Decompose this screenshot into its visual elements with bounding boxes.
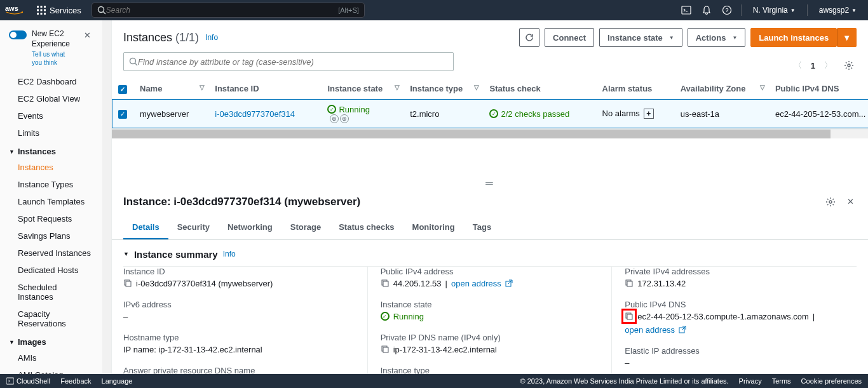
search-icon — [97, 6, 106, 15]
table-settings-button[interactable] — [841, 58, 857, 73]
open-address-link[interactable]: open address — [451, 279, 501, 288]
detail-close-button[interactable]: ✕ — [844, 194, 857, 210]
prev-page-button[interactable]: 〈 — [791, 57, 804, 74]
status-action-icon[interactable]: ⊕ — [340, 114, 349, 123]
row-checkbox[interactable]: ✓ — [118, 110, 127, 119]
col-az[interactable]: Availability Zone▽ — [674, 79, 769, 99]
summary-info-link[interactable]: Info — [223, 250, 236, 258]
launch-instances-dropdown[interactable]: ▼ — [837, 28, 857, 47]
connect-button[interactable]: Connect — [545, 28, 594, 47]
search-input[interactable] — [106, 6, 338, 15]
col-status[interactable]: Status check — [483, 79, 595, 99]
table-row[interactable]: ✓ mywebserver i-0e3dcd977370ef314 ✓Runni… — [112, 99, 868, 128]
info-link[interactable]: Info — [205, 33, 218, 42]
cookie-link[interactable]: Cookie preferences — [801, 377, 862, 385]
col-alarm[interactable]: Alarm status — [596, 79, 674, 99]
tab-monitoring[interactable]: Monitoring — [403, 216, 464, 239]
field-label: Private IPv4 addresses — [625, 267, 844, 276]
open-address-link[interactable]: open address — [625, 325, 675, 335]
filter-input-wrap[interactable] — [123, 52, 454, 71]
svg-rect-36 — [6, 378, 14, 384]
col-name[interactable]: Name▽ — [133, 79, 208, 99]
select-all-checkbox[interactable]: ✓ — [112, 79, 133, 99]
cell-type: t2.micro — [403, 99, 483, 128]
refresh-button[interactable] — [519, 28, 539, 47]
terms-link[interactable]: Terms — [772, 377, 791, 385]
detail-settings-button[interactable] — [823, 194, 838, 210]
sidebar-item[interactable]: Spot Requests — [0, 210, 102, 227]
sidebar-group-images[interactable]: Images — [0, 332, 102, 349]
sidebar-item[interactable]: Capacity Reservations — [0, 305, 102, 332]
main-content: Instances (1/1) Info Connect Instance st… — [112, 20, 868, 374]
col-instance-id[interactable]: Instance ID — [208, 79, 321, 99]
col-dns[interactable]: Public IPv4 DNS▽ — [769, 79, 868, 99]
cell-alarm: No alarms+ — [596, 99, 674, 128]
svg-point-10 — [98, 7, 104, 13]
add-alarm-button[interactable]: + — [644, 109, 654, 119]
copy-icon[interactable] — [625, 279, 634, 288]
sidebar-item[interactable]: AMI Catalog — [0, 366, 102, 374]
sidebar-item[interactable]: Limits — [0, 124, 102, 142]
launch-instances-button[interactable]: Launch instances — [750, 28, 837, 47]
cloudshell-link[interactable]: CloudShell — [6, 377, 50, 385]
copy-icon[interactable] — [381, 345, 390, 354]
sidebar-item[interactable]: Launch Templates — [0, 193, 102, 210]
svg-rect-9 — [44, 13, 46, 15]
svg-rect-12 — [682, 6, 691, 14]
tab-security[interactable]: Security — [168, 216, 219, 239]
new-experience-toggle-row: New EC2 Experience Tell us what you thin… — [0, 28, 102, 73]
privacy-link[interactable]: Privacy — [739, 377, 762, 385]
sidebar-item[interactable]: Scheduled Instances — [0, 279, 102, 305]
search-shortcut: [Alt+S] — [338, 6, 359, 14]
new-experience-toggle[interactable] — [9, 30, 27, 39]
filter-input[interactable] — [138, 57, 448, 67]
global-search[interactable]: [Alt+S] — [92, 3, 365, 18]
cloudshell-icon-button[interactable] — [677, 1, 695, 19]
col-type[interactable]: Instance type▽ — [403, 79, 483, 99]
feedback-link[interactable]: Feedback — [60, 377, 91, 385]
tab-details[interactable]: Details — [123, 216, 168, 239]
help-button[interactable]: ? — [718, 1, 736, 19]
sidebar-scrollbar[interactable] — [102, 20, 111, 374]
sidebar-item[interactable]: AMIs — [0, 349, 102, 366]
next-page-button[interactable]: 〉 — [822, 57, 835, 74]
sidebar-item[interactable]: Savings Plans — [0, 227, 102, 244]
notifications-button[interactable] — [698, 1, 715, 19]
sidebar-item[interactable]: EC2 Dashboard — [0, 73, 102, 90]
copy-icon[interactable] — [625, 312, 634, 321]
status-action-icon[interactable]: ⊕ — [330, 114, 339, 123]
tab-tags[interactable]: Tags — [464, 216, 500, 239]
instance-state-button[interactable]: Instance state — [599, 28, 682, 47]
aws-logo[interactable]: aws — [5, 4, 24, 16]
copy-icon[interactable] — [381, 279, 390, 288]
instance-summary-header[interactable]: Instance summary Info — [112, 240, 868, 266]
actions-button[interactable]: Actions — [688, 28, 746, 47]
tab-networking[interactable]: Networking — [219, 216, 281, 239]
region-selector[interactable]: N. Virginia▼ — [747, 1, 802, 19]
account-menu[interactable]: awsgsp2▼ — [813, 1, 863, 19]
sidebar-item[interactable]: EC2 Global View — [0, 90, 102, 107]
sidebar-item[interactable]: Instance Types — [0, 176, 102, 193]
sidebar-item[interactable]: Instances — [0, 159, 102, 176]
col-state[interactable]: Instance state▽ — [321, 79, 403, 99]
cell-instance-id[interactable]: i-0e3dcd977370ef314 — [208, 99, 321, 128]
horizontal-scrollbar[interactable] — [112, 130, 868, 138]
resize-handle[interactable]: ═ — [112, 177, 868, 191]
language-link[interactable]: Language — [102, 377, 133, 385]
sidebar-item[interactable]: Dedicated Hosts — [0, 262, 102, 279]
field-value: – — [625, 358, 844, 368]
feedback-link[interactable]: Tell us what you think — [32, 50, 76, 67]
field-label: IPv6 address — [123, 300, 355, 309]
services-button[interactable]: Services — [32, 3, 86, 18]
svg-point-17 — [848, 64, 850, 67]
tab-status-checks[interactable]: Status checks — [330, 216, 403, 239]
sidebar-item[interactable]: Reserved Instances — [0, 244, 102, 262]
cell-dns: ec2-44-205-12-53.com... — [769, 99, 868, 128]
close-icon[interactable]: ✕ — [81, 29, 93, 41]
cell-state: ✓Running⊕⊕ — [321, 99, 403, 128]
cell-name: mywebserver — [133, 99, 208, 128]
sidebar-group-instances[interactable]: Instances — [0, 142, 102, 159]
sidebar-item[interactable]: Events — [0, 107, 102, 124]
tab-storage[interactable]: Storage — [281, 216, 330, 239]
copy-icon[interactable] — [123, 279, 132, 288]
